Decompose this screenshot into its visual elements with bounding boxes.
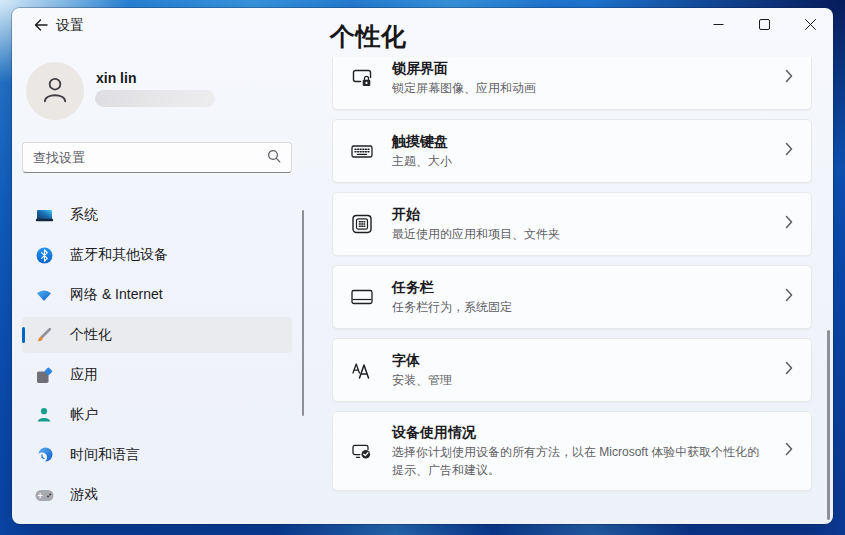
sidebar-scrollbar[interactable] xyxy=(302,210,304,416)
card-subtitle: 安装、管理 xyxy=(392,371,761,389)
back-button[interactable] xyxy=(26,13,56,39)
chevron-right-icon xyxy=(785,442,793,460)
network-icon xyxy=(34,285,54,305)
chevron-right-icon xyxy=(785,361,793,379)
chevron-right-icon xyxy=(785,69,793,87)
sidebar-item-label: 蓝牙和其他设备 xyxy=(70,246,168,264)
selected-accent-bar xyxy=(22,327,25,343)
card-text: 锁屏界面锁定屏幕图像、应用和动画 xyxy=(392,59,761,97)
titlebar[interactable]: 设置 xyxy=(12,8,833,42)
time-language-icon xyxy=(34,445,54,465)
maximize-icon xyxy=(759,18,770,33)
sidebar-item-label: 个性化 xyxy=(70,326,112,344)
card-subtitle: 主题、大小 xyxy=(392,152,761,170)
apps-icon xyxy=(34,365,54,385)
avatar[interactable] xyxy=(26,62,84,120)
sidebar-item-personalization[interactable]: 个性化 xyxy=(22,317,292,353)
card-text: 开始最近使用的应用和项目、文件夹 xyxy=(392,205,761,243)
sidebar-item-label: 系统 xyxy=(70,206,98,224)
sidebar-item-label: 网络 & Internet xyxy=(70,286,163,304)
sidebar-nav: 系统蓝牙和其他设备网络 & Internet个性化应用帐户时间和语言游戏 xyxy=(22,197,304,517)
system-icon xyxy=(34,205,54,225)
card-text: 任务栏任务栏行为，系统固定 xyxy=(392,278,761,316)
personalization-icon xyxy=(34,325,54,345)
card-title: 触摸键盘 xyxy=(392,132,761,151)
device-usage-icon xyxy=(350,439,374,463)
settings-card-touch-keyboard[interactable]: 触摸键盘主题、大小 xyxy=(332,119,812,183)
fonts-icon xyxy=(350,358,374,382)
settings-card-list: 锁屏界面锁定屏幕图像、应用和动画触摸键盘主题、大小开始最近使用的应用和项目、文件… xyxy=(332,57,812,524)
card-subtitle: 任务栏行为，系统固定 xyxy=(392,298,761,316)
settings-card-start[interactable]: 开始最近使用的应用和项目、文件夹 xyxy=(332,192,812,256)
card-subtitle: 锁定屏幕图像、应用和动画 xyxy=(392,79,761,97)
window-controls xyxy=(695,8,833,42)
lock-screen-icon xyxy=(350,66,374,90)
accounts-icon xyxy=(34,405,54,425)
back-arrow-icon xyxy=(33,17,49,36)
sidebar-item-accounts[interactable]: 帐户 xyxy=(22,397,292,433)
card-text: 触摸键盘主题、大小 xyxy=(392,132,761,170)
user-name: xin lin xyxy=(96,70,136,86)
card-subtitle: 选择你计划使用设备的所有方法，以在 Microsoft 体验中获取个性化的提示、… xyxy=(392,443,761,479)
card-title: 字体 xyxy=(392,351,761,370)
minimize-button[interactable] xyxy=(695,8,741,42)
sidebar-item-apps[interactable]: 应用 xyxy=(22,357,292,393)
person-icon xyxy=(39,73,71,109)
settings-card-taskbar[interactable]: 任务栏任务栏行为，系统固定 xyxy=(332,265,812,329)
sidebar-item-network[interactable]: 网络 & Internet xyxy=(22,277,292,313)
search-input[interactable] xyxy=(33,150,267,165)
bluetooth-icon xyxy=(34,245,54,265)
touch-keyboard-icon xyxy=(350,139,374,163)
app-title: 设置 xyxy=(56,8,84,42)
sidebar-item-label: 应用 xyxy=(70,366,98,384)
card-text: 字体安装、管理 xyxy=(392,351,761,389)
sidebar-item-label: 帐户 xyxy=(70,406,98,424)
sidebar: xin lin 系统蓝牙和其他设备网络 & Internet个性化应用帐户时间和… xyxy=(12,42,322,524)
masked-email xyxy=(95,90,215,107)
taskbar-icon xyxy=(350,285,374,309)
settings-window: 设置 xin lin 系统蓝牙和其他设备网络 & Internet个性化应用帐户… xyxy=(12,8,833,524)
content-scrollbar[interactable] xyxy=(827,330,830,520)
card-title: 任务栏 xyxy=(392,278,761,297)
search-icon xyxy=(267,149,281,167)
chevron-right-icon xyxy=(785,288,793,306)
card-subtitle: 最近使用的应用和项目、文件夹 xyxy=(392,225,761,243)
sidebar-item-label: 游戏 xyxy=(70,486,98,504)
search-box xyxy=(22,142,292,173)
settings-card-device-usage[interactable]: 设备使用情况选择你计划使用设备的所有方法，以在 Microsoft 体验中获取个… xyxy=(332,411,812,491)
card-title: 开始 xyxy=(392,205,761,224)
sidebar-item-bluetooth[interactable]: 蓝牙和其他设备 xyxy=(22,237,292,273)
settings-card-lock-screen[interactable]: 锁屏界面锁定屏幕图像、应用和动画 xyxy=(332,57,812,110)
minimize-icon xyxy=(713,18,724,33)
chevron-right-icon xyxy=(785,142,793,160)
sidebar-item-time-language[interactable]: 时间和语言 xyxy=(22,437,292,473)
sidebar-item-label: 时间和语言 xyxy=(70,446,140,464)
page-title: 个性化 xyxy=(330,20,407,53)
card-title: 锁屏界面 xyxy=(392,59,761,78)
gaming-icon xyxy=(34,485,54,505)
card-text: 设备使用情况选择你计划使用设备的所有方法，以在 Microsoft 体验中获取个… xyxy=(392,423,761,479)
card-title: 设备使用情况 xyxy=(392,423,761,442)
settings-card-fonts[interactable]: 字体安装、管理 xyxy=(332,338,812,402)
close-button[interactable] xyxy=(787,8,833,42)
sidebar-item-system[interactable]: 系统 xyxy=(22,197,292,233)
maximize-button[interactable] xyxy=(741,8,787,42)
close-icon xyxy=(805,18,816,33)
sidebar-item-gaming[interactable]: 游戏 xyxy=(22,477,292,513)
start-icon xyxy=(350,212,374,236)
chevron-right-icon xyxy=(785,215,793,233)
